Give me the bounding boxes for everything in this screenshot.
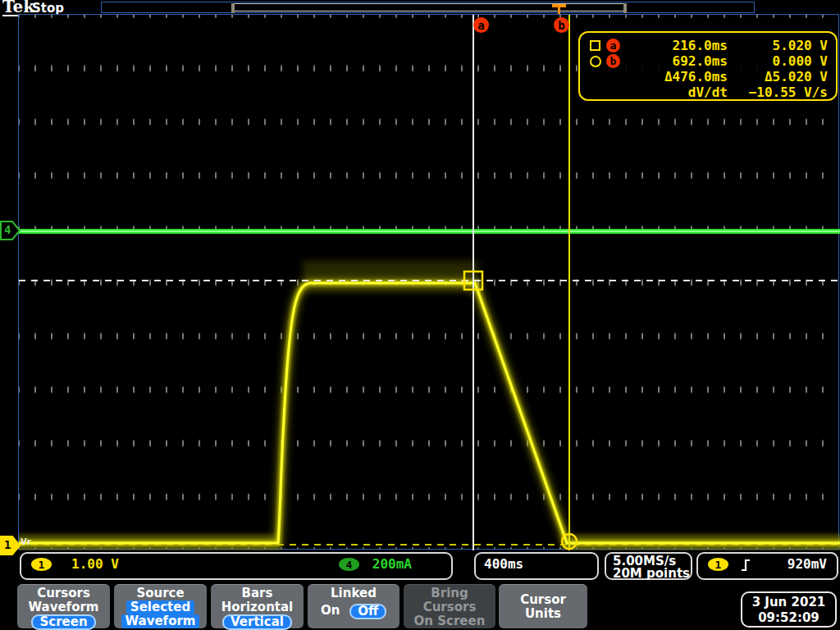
menu-source-selected-line1: Selected xyxy=(126,600,194,614)
ch4-scale: 200mA xyxy=(372,556,412,572)
ch1-badge: 1 xyxy=(31,558,52,571)
trigger-t-stem-icon xyxy=(558,4,560,14)
ch4-badge: 4 xyxy=(339,558,359,571)
menu-units-line1: Cursor xyxy=(499,593,587,607)
acquisition-window-brackets[interactable] xyxy=(232,3,626,11)
menu-bars-option-horizontal: Horizontal xyxy=(211,600,304,614)
time: 09:52:09 xyxy=(742,610,835,626)
dvdt-value: −10.55 V/s xyxy=(728,84,828,100)
ch1-trace xyxy=(19,261,840,550)
ch1-scale: 1.00 V xyxy=(71,556,119,572)
waveform-annotation: Vr xyxy=(21,537,31,546)
menu-linked-option-on: On xyxy=(321,604,340,619)
cursor-b-readout-badge: b xyxy=(606,54,620,68)
cursor-delta-value: Δ5.020 V xyxy=(728,69,828,84)
menu-linked-title: Linked xyxy=(308,587,399,600)
menu-source-button[interactable]: Source Selected Waveform xyxy=(114,584,207,628)
menu-cursors-selected-screen: Screen xyxy=(31,614,95,630)
acq-bracket-right-icon xyxy=(623,3,627,13)
ch1-reference-marker[interactable]: 1 xyxy=(0,536,21,555)
menu-bars-selected-vertical: Vertical xyxy=(222,614,292,630)
cursor-b-value: 0.000 V xyxy=(728,53,828,69)
timebase-value: 400ms xyxy=(484,556,523,572)
date-time-display: 3 Jun 2021 09:52:09 xyxy=(741,591,837,628)
cursor-a-readout-badge: a xyxy=(606,39,620,52)
cursor-b-time: 692.0ms xyxy=(628,53,728,69)
menu-cursors-option-waveform: Waveform xyxy=(17,600,110,614)
menu-linked-button[interactable]: Linked On Off xyxy=(308,584,399,628)
cursor-delta-time: Δ476.0ms xyxy=(628,69,728,84)
date: 3 Jun 2021 xyxy=(742,595,835,610)
menu-source-title: Source xyxy=(114,587,207,600)
channel-scale-readout: 1 1.00 V 4 200mA xyxy=(20,552,453,580)
menu-cursor-units-button[interactable]: Cursor Units xyxy=(499,584,587,628)
menu-source-selected-line2: Waveform xyxy=(121,614,200,628)
menu-units-line2: Units xyxy=(499,607,587,621)
cursor-a-value: 5.020 V xyxy=(728,38,828,53)
menu-bring-cursors-button: Bring Cursors On Screen xyxy=(404,584,495,628)
rising-edge-icon xyxy=(738,557,755,573)
cursor-b-circle-icon xyxy=(590,56,601,67)
ch4-marker-label: 4 xyxy=(4,223,11,236)
cursor-readout-panel: a 216.0ms 5.020 V b 692.0ms 0.000 V Δ476… xyxy=(578,31,838,101)
menu-bring-line2: Cursors xyxy=(404,600,495,614)
menu-bring-line3: On Screen xyxy=(404,614,495,628)
ch1-marker-label: 1 xyxy=(4,538,11,551)
trigger-level: 920mV xyxy=(788,556,827,572)
ch4-reference-marker[interactable]: 4 xyxy=(0,221,21,240)
trigger-channel-badge: 1 xyxy=(708,558,728,571)
menu-cursors-mode-button[interactable]: Cursors Waveform Screen xyxy=(17,584,110,628)
cursor-b-badge[interactable]: b xyxy=(554,17,569,33)
acq-bracket-left-icon xyxy=(231,3,235,13)
menu-bars-title: Bars xyxy=(211,587,304,600)
menu-bring-line1: Bring xyxy=(404,587,495,600)
menu-linked-selected-off: Off xyxy=(349,604,386,619)
menu-cursors-title: Cursors xyxy=(17,587,110,600)
cursor-a-time: 216.0ms xyxy=(628,38,728,53)
timebase-readout: 400ms xyxy=(474,552,599,580)
acquisition-preview-bar[interactable] xyxy=(101,2,755,13)
cursor-a-badge[interactable]: a xyxy=(473,17,489,33)
record-length: 20M points xyxy=(613,568,690,580)
cursor-a-square-icon xyxy=(590,40,600,51)
trigger-readout: 1 920mV xyxy=(696,552,838,580)
dvdt-label: dV/dt xyxy=(628,84,728,100)
acquisition-readout: 5.00MS/s 20M points xyxy=(605,552,692,580)
menu-bars-button[interactable]: Bars Horizontal Vertical xyxy=(211,584,304,628)
